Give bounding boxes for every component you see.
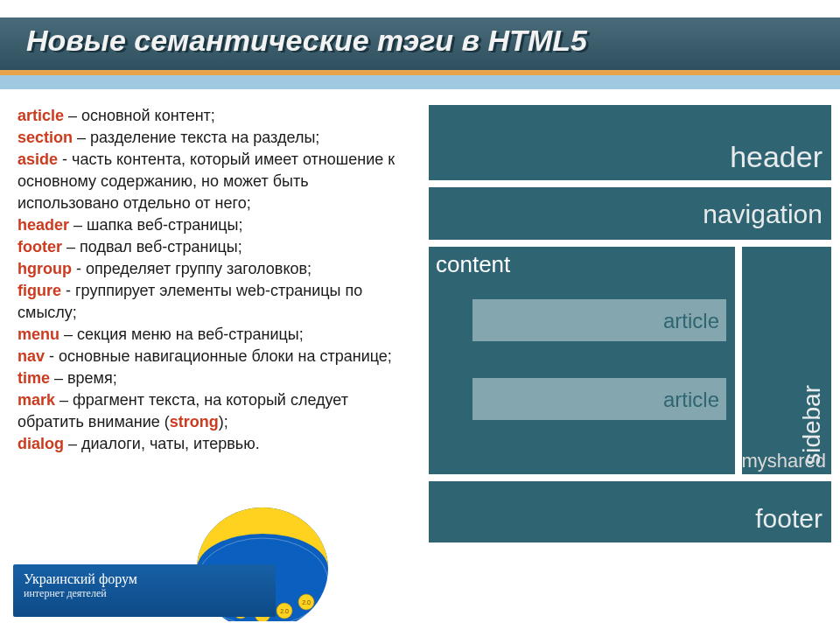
- brand-line1: Украинский форум: [24, 571, 265, 587]
- def-menu: menu – секция меню на веб-страницы;: [18, 324, 411, 346]
- def-section: section – разделение текста на разделы;: [18, 127, 411, 149]
- diagram-footer: footer: [429, 481, 831, 542]
- def-figure: figure - группирует элементы web-страниц…: [18, 280, 411, 324]
- diagram-content: content article article: [429, 247, 735, 474]
- brand-strip: Украинский форум интернет деятелей: [13, 564, 276, 617]
- tag-definitions: article – основной контент; section – ра…: [18, 105, 411, 455]
- slide: Новые семантические тэги в HTML5 Новые с…: [0, 0, 840, 630]
- diagram-content-label: content: [436, 251, 510, 278]
- watermark: myshared: [741, 450, 826, 472]
- def-aside: aside - часть контента, который имеет от…: [18, 149, 411, 214]
- def-nav: nav - основные навигационные блоки на ст…: [18, 346, 411, 368]
- divider-blue: [0, 75, 840, 89]
- diagram-sidebar: sidebar: [742, 247, 831, 474]
- svg-text:2.0: 2.0: [280, 608, 289, 614]
- def-time: time – время;: [18, 368, 411, 389]
- def-footer: footer – подвал веб-страницы;: [18, 236, 411, 258]
- def-article: article – основной контент;: [18, 105, 411, 127]
- diagram-footer-label: footer: [755, 504, 822, 534]
- diagram-article-1-label: article: [663, 309, 719, 333]
- diagram-article-2: article: [472, 378, 726, 420]
- layout-diagram: header navigation content article articl…: [429, 105, 831, 612]
- diagram-nav-label: navigation: [703, 200, 822, 229]
- diagram-nav: navigation: [429, 187, 831, 240]
- diagram-header-label: header: [730, 140, 822, 174]
- diagram-article-1: article: [472, 299, 726, 341]
- svg-text:2.0: 2.0: [302, 599, 311, 606]
- diagram-header: header: [429, 105, 831, 180]
- def-header: header – шапка веб-страницы;: [18, 214, 411, 236]
- def-hgroup: hgroup - определяет группу заголовков;: [18, 258, 411, 280]
- def-dialog: dialog – диалоги, чаты, итервью.: [18, 433, 411, 455]
- slide-title: Новые семантические тэги в HTML5: [26, 24, 587, 58]
- def-mark: mark – фрагмент текста, на который следу…: [18, 389, 411, 433]
- diagram-article-2-label: article: [663, 388, 719, 412]
- brand-line2: интернет деятелей: [24, 587, 265, 600]
